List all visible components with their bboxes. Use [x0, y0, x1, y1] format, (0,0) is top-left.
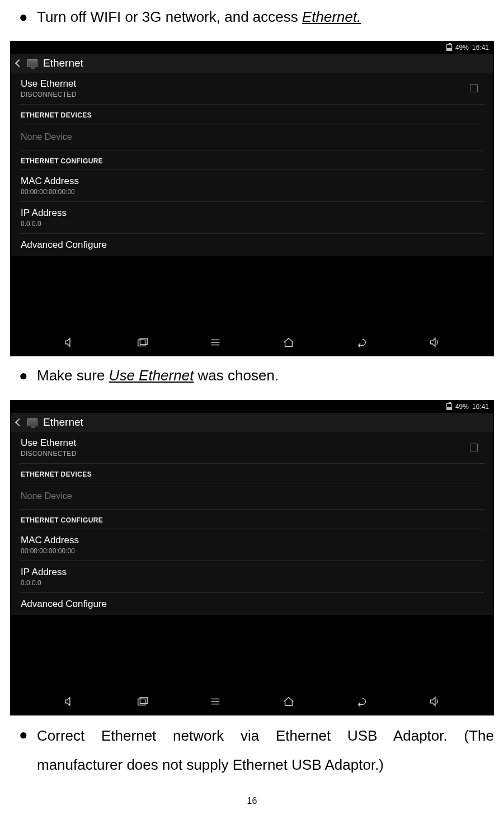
svg-rect-6: [140, 697, 147, 703]
section-devices: ETHERNET DEVICES: [20, 105, 484, 124]
svg-rect-1: [140, 338, 147, 345]
ethernet-icon: [27, 418, 37, 426]
ip-label: IP Address: [21, 567, 67, 578]
none-device: None Device: [20, 483, 484, 510]
bullet-2-post: was chosen.: [194, 367, 279, 384]
blank-area: [11, 615, 493, 688]
nav-home-icon[interactable]: [280, 693, 298, 710]
nav-volume-down-icon[interactable]: [60, 693, 78, 710]
back-chevron-icon[interactable]: [15, 59, 23, 67]
back-chevron-icon[interactable]: [15, 418, 23, 426]
bullet-2-text: Make sure Use Ethernet was chosen.: [37, 362, 494, 389]
nav-volume-down-icon[interactable]: [60, 333, 78, 351]
nav-volume-up-icon[interactable]: [426, 333, 444, 351]
nav-bar: [11, 688, 493, 715]
ip-label: IP Address: [21, 208, 67, 219]
battery-percent: 49%: [455, 403, 469, 411]
row-mac[interactable]: MAC Address 00:00:00:00:00:00: [20, 170, 484, 202]
advanced-label: Advanced Configure: [21, 599, 107, 610]
ip-value: 0.0.0.0: [21, 220, 67, 228]
section-configure: ETHERNET CONFIGURE: [20, 510, 484, 529]
bullet-3-text: Correct Ethernet network via Ethernet US…: [37, 721, 494, 779]
settings-body: Use Ethernet DISCONNECTED ETHERNET DEVIC…: [11, 73, 493, 256]
page-number: 16: [10, 796, 494, 806]
bullet-2-underline: Use Ethernet: [109, 367, 194, 384]
screen-title: Ethernet: [43, 416, 83, 429]
status-bar: 49% 16:41: [11, 41, 493, 54]
doc-bullet-1: ● Turn off WIFI or 3G network, and acces…: [10, 3, 494, 31]
ip-value: 0.0.0.0: [21, 579, 67, 587]
title-bar: Ethernet: [11, 413, 493, 432]
nav-recent-icon[interactable]: [134, 693, 152, 710]
settings-body: Use Ethernet DISCONNECTED ETHERNET DEVIC…: [11, 432, 493, 615]
bullet-dot: ●: [10, 721, 37, 748]
bullet-dot: ●: [10, 362, 37, 389]
svg-rect-5: [138, 699, 145, 705]
nav-bar: [11, 329, 493, 356]
use-ethernet-status: DISCONNECTED: [21, 91, 77, 98]
use-ethernet-checkbox[interactable]: [470, 444, 478, 451]
row-ip[interactable]: IP Address 0.0.0.0: [20, 561, 484, 593]
use-ethernet-label: Use Ethernet: [21, 437, 77, 449]
bullet-2-pre: Make sure: [37, 367, 109, 384]
mac-value: 00:00:00:00:00:00: [21, 188, 79, 196]
use-ethernet-status: DISCONNECTED: [21, 450, 77, 458]
status-bar: 49% 16:41: [11, 401, 493, 413]
title-bar: Ethernet: [11, 54, 493, 73]
row-mac[interactable]: MAC Address 00:00:00:00:00:00: [20, 529, 484, 561]
nav-recent-icon[interactable]: [134, 333, 152, 351]
advanced-label: Advanced Configure: [21, 239, 107, 251]
battery-icon: [446, 403, 452, 410]
battery-percent: 49%: [455, 44, 469, 51]
nav-menu-icon[interactable]: [206, 693, 224, 710]
row-ip[interactable]: IP Address 0.0.0.0: [20, 202, 484, 234]
bullet-1-underline: Ethernet.: [302, 8, 361, 25]
ethernet-icon: [27, 59, 37, 67]
bullet-1-text: Turn off WIFI or 3G network, and access …: [37, 3, 494, 31]
status-time: 16:41: [472, 403, 489, 411]
row-advanced[interactable]: Advanced Configure: [20, 593, 484, 615]
bullet-1-pre: Turn off WIFI or 3G network, and access: [37, 8, 302, 25]
row-use-ethernet[interactable]: Use Ethernet DISCONNECTED: [20, 432, 484, 464]
nav-menu-icon[interactable]: [206, 333, 224, 351]
row-use-ethernet[interactable]: Use Ethernet DISCONNECTED: [20, 73, 484, 105]
nav-home-icon[interactable]: [280, 333, 298, 351]
svg-rect-0: [138, 340, 145, 346]
nav-back-icon[interactable]: [352, 333, 370, 351]
screenshot-ethernet-1: 49% 16:41 Ethernet Use Ethernet DISCONNE…: [10, 41, 494, 356]
mac-label: MAC Address: [21, 535, 79, 546]
blank-area: [11, 256, 493, 329]
row-advanced[interactable]: Advanced Configure: [20, 234, 484, 256]
nav-back-icon[interactable]: [352, 693, 370, 710]
use-ethernet-checkbox[interactable]: [470, 84, 478, 92]
section-configure: ETHERNET CONFIGURE: [20, 150, 484, 170]
doc-bullet-2: ● Make sure Use Ethernet was chosen.: [10, 362, 494, 389]
nav-volume-up-icon[interactable]: [426, 693, 444, 710]
section-devices: ETHERNET DEVICES: [20, 464, 484, 483]
mac-value: 00:00:00:00:00:00: [21, 547, 79, 555]
use-ethernet-label: Use Ethernet: [21, 78, 77, 90]
screen-title: Ethernet: [43, 57, 83, 69]
none-device: None Device: [20, 124, 484, 150]
bullet-dot: ●: [10, 3, 37, 31]
doc-bullet-3: ● Correct Ethernet network via Ethernet …: [10, 721, 494, 779]
status-time: 16:41: [472, 44, 489, 51]
battery-icon: [446, 44, 452, 51]
mac-label: MAC Address: [21, 176, 79, 187]
screenshot-ethernet-2: 49% 16:41 Ethernet Use Ethernet DISCONNE…: [10, 400, 494, 715]
